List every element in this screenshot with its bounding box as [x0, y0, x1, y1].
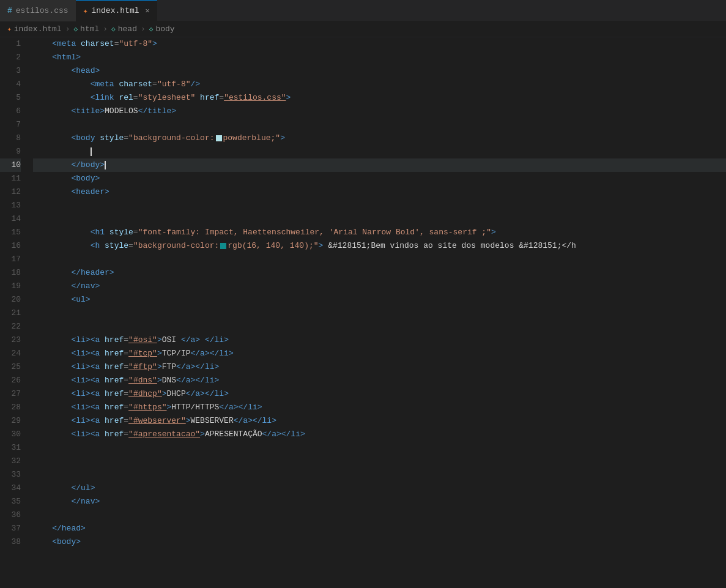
ln-27: 27 — [0, 387, 21, 401]
ln-37: 37 — [0, 522, 21, 535]
code-line-24: <li><a href="#tcp">TCP/IP</a></li> — [33, 347, 726, 360]
code-line-30: <li><a href="#apresentacao">APRESENTAÇÃO… — [33, 428, 726, 441]
code-line-25: <li><a href="#ftp">FTP</a></li> — [33, 360, 726, 374]
ln-26: 26 — [0, 374, 21, 387]
code-line-23: <li><a href="#osi">OSI </a> </li> — [33, 333, 726, 347]
code-line-21 — [33, 307, 726, 320]
breadcrumb-file-icon: ✦ — [7, 25, 12, 33]
code-line-4: <meta charset="utf-8"/> — [33, 78, 726, 91]
breadcrumb-file[interactable]: ✦ index.html — [7, 24, 62, 34]
html-file-icon: ✦ — [83, 6, 88, 16]
code-line-15: <h1 style="font-family: Impact, Haettens… — [33, 226, 726, 239]
code-line-8: <body style="background-color:powderblue… — [33, 132, 726, 145]
breadcrumb-html[interactable]: ◇ html — [73, 24, 99, 34]
code-line-13 — [33, 199, 726, 212]
ln-18: 18 — [0, 266, 21, 280]
breadcrumb-sep3: › — [141, 24, 146, 34]
ln-34: 34 — [0, 482, 21, 495]
ln-6: 6 — [0, 105, 21, 118]
code-line-6: <title>MODELOS</title> — [33, 105, 726, 118]
ln-3: 3 — [0, 64, 21, 78]
code-line-38: <body> — [33, 535, 726, 549]
breadcrumb-html-icon: ◇ — [73, 25, 78, 33]
ln-16: 16 — [0, 239, 21, 253]
ln-9: 9 — [0, 145, 21, 158]
code-line-36 — [33, 508, 726, 522]
breadcrumb: ✦ index.html › ◇ html › ◇ head › ◇ body — [0, 21, 726, 37]
tab-label-css: estilos.css — [16, 6, 69, 15]
code-line-17 — [33, 253, 726, 266]
code-line-14 — [33, 212, 726, 226]
ln-36: 36 — [0, 508, 21, 522]
ln-33: 33 — [0, 468, 21, 482]
code-line-10: </body> — [33, 158, 726, 172]
tab-estilos-css[interactable]: # estilos.css — [0, 0, 76, 21]
ln-15: 15 — [0, 226, 21, 239]
code-line-32 — [33, 455, 726, 468]
breadcrumb-head-label: head — [118, 24, 137, 34]
ln-29: 29 — [0, 414, 21, 428]
ln-38: 38 — [0, 535, 21, 549]
ln-14: 14 — [0, 212, 21, 226]
ln-13: 13 — [0, 199, 21, 212]
code-line-5: <link rel="stylesheet" href="estilos.css… — [33, 91, 726, 105]
code-line-29: <li><a href="#webserver">WEBSERVER</a></… — [33, 414, 726, 428]
code-line-22 — [33, 320, 726, 333]
ln-22: 22 — [0, 320, 21, 333]
code-line-1: <meta charset="utf-8"> — [33, 37, 726, 51]
code-line-2: <html> — [33, 51, 726, 64]
ln-32: 32 — [0, 455, 21, 468]
ln-28: 28 — [0, 401, 21, 414]
code-line-11: <body> — [33, 172, 726, 185]
breadcrumb-head[interactable]: ◇ head — [111, 24, 137, 34]
tab-close-button[interactable]: ✕ — [145, 6, 149, 15]
ln-24: 24 — [0, 347, 21, 360]
code-line-19: </nav> — [33, 280, 726, 293]
ln-20: 20 — [0, 293, 21, 307]
ln-12: 12 — [0, 185, 21, 199]
ln-23: 23 — [0, 333, 21, 347]
breadcrumb-sep1: › — [65, 24, 70, 34]
code-line-34: </ul> — [33, 482, 726, 495]
breadcrumb-filename: index.html — [14, 24, 62, 34]
code-line-20: <ul> — [33, 293, 726, 307]
ln-35: 35 — [0, 495, 21, 508]
code-line-18: </header> — [33, 266, 726, 280]
code-line-27: <li><a href="#dhcp">DHCP</a></li> — [33, 387, 726, 401]
breadcrumb-body-icon: ◇ — [149, 25, 154, 33]
line-numbers: 1 2 3 4 5 6 7 8 9 10 11 12 13 14 15 16 1… — [0, 37, 31, 588]
breadcrumb-sep2: › — [103, 24, 108, 34]
code-line-33 — [33, 468, 726, 482]
tab-index-html[interactable]: ✦ index.html ✕ — [76, 0, 157, 21]
code-line-37: </head> — [33, 522, 726, 535]
ln-10: 10 — [0, 158, 21, 172]
breadcrumb-html-label: html — [80, 24, 99, 34]
code-line-12: <header> — [33, 185, 726, 199]
ln-11: 11 — [0, 172, 21, 185]
tab-bar: # estilos.css ✦ index.html ✕ — [0, 0, 726, 21]
ln-19: 19 — [0, 280, 21, 293]
code-line-28: <li><a href="#https">HTTP/HTTPS</a></li> — [33, 401, 726, 414]
ln-31: 31 — [0, 441, 21, 455]
ln-4: 4 — [0, 78, 21, 91]
code-line-7 — [33, 118, 726, 132]
ln-25: 25 — [0, 360, 21, 374]
code-line-31 — [33, 441, 726, 455]
ln-8: 8 — [0, 132, 21, 145]
ln-7: 7 — [0, 118, 21, 132]
breadcrumb-body[interactable]: ◇ body — [149, 24, 175, 34]
ln-1: 1 — [0, 37, 21, 51]
ln-21: 21 — [0, 307, 21, 320]
tab-label-html: index.html — [91, 6, 139, 15]
ln-2: 2 — [0, 51, 21, 64]
breadcrumb-head-icon: ◇ — [111, 25, 116, 33]
code-line-3: <head> — [33, 64, 726, 78]
code-line-16: <h style="background-color:rgb(16, 140, … — [33, 239, 726, 253]
code-content[interactable]: <meta charset="utf-8"> <html> <head> <me… — [31, 37, 726, 588]
code-line-35: </nav> — [33, 495, 726, 508]
css-file-icon: # — [7, 6, 12, 15]
ln-30: 30 — [0, 428, 21, 441]
editor[interactable]: 1 2 3 4 5 6 7 8 9 10 11 12 13 14 15 16 1… — [0, 37, 726, 588]
ln-17: 17 — [0, 253, 21, 266]
code-line-26: <li><a href="#dns">DNS</a></li> — [33, 374, 726, 387]
